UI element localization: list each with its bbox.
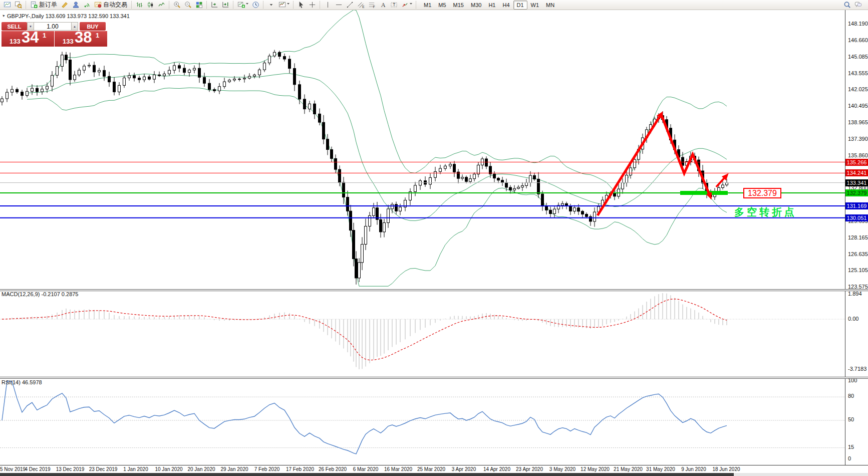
caret-button[interactable] [265, 1, 276, 10]
price-chart-canvas[interactable] [0, 10, 868, 289]
cursor-icon[interactable] [297, 1, 306, 9]
channel-icon[interactable]: E [356, 1, 365, 9]
price-tick-label: 138.965 [848, 119, 868, 125]
date-label: 20 Jan 2020 [187, 466, 215, 472]
community-icon[interactable] [71, 1, 80, 9]
hline-icon[interactable] [334, 1, 343, 9]
trendline-button[interactable] [344, 1, 355, 10]
price-tick-label: 126.635 [848, 251, 868, 257]
auto-trading-button[interactable]: 自动交易 [92, 1, 129, 10]
tile-windows-icon[interactable] [194, 1, 203, 9]
arrows-icon[interactable] [400, 1, 409, 9]
panel-separator[interactable] [0, 377, 868, 379]
buy-price-panel[interactable]: 133 38 1 [55, 31, 107, 47]
caret-icon[interactable] [266, 1, 275, 9]
panel-separator[interactable] [0, 289, 868, 291]
indicators-button[interactable] [235, 1, 250, 10]
text-button[interactable]: A [377, 1, 388, 10]
line-chart-button[interactable] [156, 1, 167, 10]
timeframe-m5-button[interactable]: M5 [435, 1, 449, 10]
one-click-trading-widget: SELL ▼ ▲ BUY 133 34 1 133 38 1 [2, 22, 107, 47]
profiles-button[interactable] [13, 1, 24, 10]
clock-icon[interactable] [251, 1, 260, 9]
chart-window-icon[interactable] [3, 1, 12, 9]
label-icon[interactable]: T [389, 1, 398, 9]
turning-point-note[interactable]: 多空转折点 [734, 205, 797, 219]
indicators-caret-icon[interactable] [245, 0, 249, 10]
volume-input[interactable] [34, 22, 71, 31]
rsi-panel-canvas[interactable] [0, 379, 868, 465]
shift-end-icon[interactable] [221, 1, 230, 9]
cursor-button[interactable] [296, 1, 307, 10]
sell-price-sup: 1 [43, 32, 46, 39]
mql-brush-button[interactable] [59, 1, 70, 10]
ohlc-bars-icon[interactable] [135, 1, 144, 9]
ohlc-bars-button[interactable] [134, 1, 145, 10]
crosshair-button[interactable] [307, 1, 318, 10]
channel-button[interactable]: E [355, 1, 366, 10]
date-label: 25 Mar 2020 [417, 466, 445, 472]
shift-chart-button[interactable] [209, 1, 220, 10]
shift-end-button[interactable] [220, 1, 231, 10]
candlesticks-icon[interactable] [146, 1, 155, 9]
timeframe-m30-button[interactable]: M30 [467, 1, 485, 10]
date-label: 26 Feb 2020 [319, 466, 347, 472]
candlesticks-button[interactable] [145, 1, 156, 10]
indicators-icon[interactable] [236, 1, 245, 9]
tile-windows-button[interactable] [193, 1, 204, 10]
scrollbar-thumb[interactable] [0, 473, 734, 476]
svg-text:A: A [381, 2, 385, 9]
timeframe-mn-button[interactable]: MN [542, 1, 558, 10]
zoom-out-icon[interactable] [183, 1, 192, 9]
comments-button[interactable] [852, 1, 863, 10]
templates-button[interactable] [276, 1, 291, 10]
zoom-in-button[interactable] [171, 1, 182, 10]
toolbar-separator [131, 1, 132, 9]
search-button[interactable] [841, 1, 852, 10]
support-price-callout[interactable]: 132.379 [743, 188, 781, 198]
signals-icon[interactable] [82, 1, 91, 9]
timeframe-d1-button[interactable]: D1 [513, 1, 527, 10]
community-button[interactable] [70, 1, 81, 10]
timeframe-w1-button[interactable]: W1 [527, 1, 543, 10]
price-tick-label: 142.025 [848, 86, 868, 92]
search-icon[interactable] [842, 1, 851, 9]
timeframe-h4-button[interactable]: H4 [499, 1, 513, 10]
templates-caret-icon[interactable] [286, 0, 290, 10]
mql-brush-icon[interactable] [60, 1, 69, 9]
vline-icon[interactable] [323, 1, 332, 9]
hline-button[interactable] [333, 1, 344, 10]
mt4-window: 新订单自动交易EFAT M1M5M15M30H1H4D1W1MN ▲ GBPJP… [0, 0, 868, 476]
shift-chart-icon[interactable] [210, 1, 219, 9]
text-icon[interactable]: A [378, 1, 387, 9]
new-order-icon[interactable] [29, 1, 38, 9]
rsi-indicator-label: RSI(14) 46.5978 [2, 379, 42, 385]
arrows-caret-icon[interactable] [409, 0, 413, 10]
signals-button[interactable] [81, 1, 92, 10]
zoom-out-button[interactable] [182, 1, 193, 10]
new-order-button[interactable]: 新订单 [28, 1, 59, 10]
toolbar-separator [320, 1, 320, 9]
fibonacci-icon[interactable]: F [367, 1, 376, 9]
zoom-in-icon[interactable] [172, 1, 181, 9]
trendline-icon[interactable] [345, 1, 354, 9]
crosshair-icon[interactable] [308, 1, 317, 9]
vline-button[interactable] [322, 1, 333, 10]
auto-trading-icon[interactable] [93, 1, 102, 9]
profiles-icon[interactable] [14, 1, 23, 9]
comments-icon[interactable] [853, 1, 862, 9]
fibonacci-button[interactable]: F [366, 1, 377, 10]
timeframe-h1-button[interactable]: H1 [485, 1, 499, 10]
line-chart-icon[interactable] [157, 1, 166, 9]
label-button[interactable]: T [388, 1, 399, 10]
chart-window-button[interactable] [2, 1, 13, 10]
horizontal-scrollbar[interactable] [0, 473, 868, 476]
timeframe-m1-button[interactable]: M1 [420, 1, 435, 10]
toolbar-right [841, 1, 863, 10]
timeframe-m15-button[interactable]: M15 [450, 1, 467, 10]
templates-icon[interactable] [277, 1, 286, 9]
clock-button[interactable] [250, 1, 261, 10]
macd-panel-canvas[interactable] [0, 291, 868, 377]
s ell-price-panel[interactable]: 133 34 1 [2, 31, 54, 47]
arrows-button[interactable] [399, 1, 414, 10]
